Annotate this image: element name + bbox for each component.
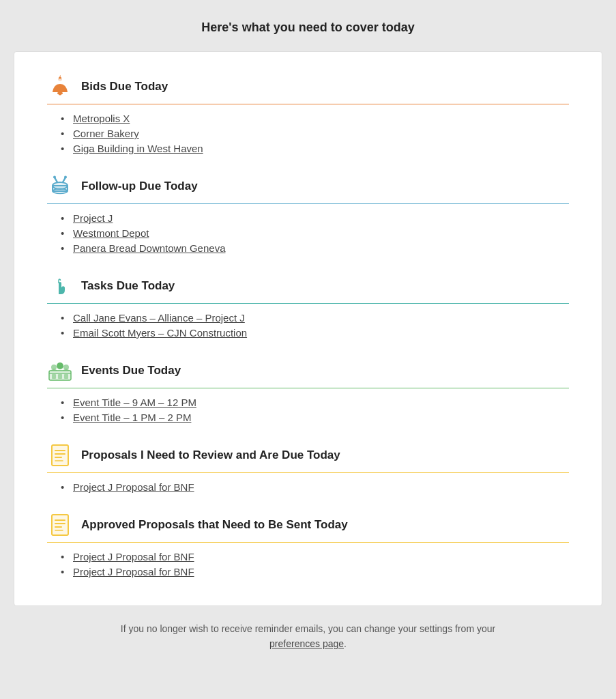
list-item-link-bids-0[interactable]: Metropolis X — [73, 113, 130, 124]
list-item-link-followup-1[interactable]: Westmont Depot — [73, 227, 149, 239]
list-item: Panera Bread Downtown Geneva — [61, 242, 569, 254]
footer: If you no longer wish to receive reminde… — [14, 621, 602, 652]
section-title-proposals-send: Approved Proposals that Need to Be Sent … — [81, 518, 348, 532]
svg-rect-18 — [52, 445, 68, 466]
document-icon — [47, 442, 73, 468]
bell-icon — [47, 74, 73, 100]
list-item: Corner Bakery — [61, 128, 569, 139]
section-list-proposals-send: Project J Proposal for BNFProject J Prop… — [47, 551, 569, 577]
svg-rect-17 — [64, 374, 68, 379]
section-proposals-review: Proposals I Need to Review and Are Due T… — [47, 442, 569, 493]
section-title-proposals-review: Proposals I Need to Review and Are Due T… — [81, 448, 340, 462]
list-item-link-bids-1[interactable]: Corner Bakery — [73, 128, 139, 139]
list-item: Event Title – 1 PM – 2 PM — [61, 412, 569, 423]
svg-point-13 — [57, 362, 63, 369]
list-item: Call Jane Evans – Alliance – Project J — [61, 312, 569, 324]
list-item-link-tasks-0[interactable]: Call Jane Evans – Alliance – Project J — [73, 312, 245, 324]
list-item: Giga Building in West Haven — [61, 143, 569, 154]
section-divider-followup — [47, 203, 569, 204]
section-list-tasks: Call Jane Evans – Alliance – Project JEm… — [47, 312, 569, 339]
drum-icon — [47, 173, 73, 199]
svg-rect-16 — [58, 374, 62, 379]
finger-icon — [47, 273, 73, 299]
section-bids: Bids Due TodayMetropolis XCorner BakeryG… — [47, 74, 569, 154]
section-divider-bids — [47, 104, 569, 104]
list-item-link-followup-0[interactable]: Project J — [73, 212, 113, 224]
footer-text: If you no longer wish to receive reminde… — [121, 623, 495, 634]
list-item-link-events-1[interactable]: Event Title – 1 PM – 2 PM — [73, 412, 191, 423]
section-title-tasks: Tasks Due Today — [81, 279, 175, 293]
svg-point-2 — [59, 77, 61, 79]
section-list-proposals-review: Project J Proposal for BNF — [47, 481, 569, 493]
section-title-events: Events Due Today — [81, 364, 181, 377]
list-item-link-proposals-send-0[interactable]: Project J Proposal for BNF — [73, 551, 194, 562]
section-divider-proposals-review — [47, 472, 569, 473]
section-list-bids: Metropolis XCorner BakeryGiga Building i… — [47, 113, 569, 154]
list-item: Westmont Depot — [61, 227, 569, 239]
main-card: Bids Due TodayMetropolis XCorner BakeryG… — [14, 51, 602, 606]
section-divider-events — [47, 388, 569, 388]
preferences-link[interactable]: preferences page — [269, 638, 344, 649]
list-item: Project J — [61, 212, 569, 224]
list-item-link-followup-2[interactable]: Panera Bread Downtown Geneva — [73, 242, 225, 254]
svg-point-9 — [64, 176, 67, 179]
list-item: Project J Proposal for BNF — [61, 566, 569, 577]
section-divider-proposals-send — [47, 542, 569, 543]
list-item-link-events-0[interactable]: Event Title – 9 AM – 12 PM — [73, 397, 196, 408]
section-divider-tasks — [47, 303, 569, 304]
list-item: Email Scott Myers – CJN Construction — [61, 327, 569, 339]
svg-rect-1 — [57, 92, 63, 94]
list-item: Event Title – 9 AM – 12 PM — [61, 397, 569, 408]
list-item: Project J Proposal for BNF — [61, 551, 569, 562]
list-item-link-proposals-send-1[interactable]: Project J Proposal for BNF — [73, 566, 194, 577]
list-item-link-tasks-1[interactable]: Email Scott Myers – CJN Construction — [73, 327, 247, 339]
section-followup: Follow-up Due TodayProject JWestmont Dep… — [47, 173, 569, 254]
list-item: Metropolis X — [61, 113, 569, 124]
page-title: Here's what you need to cover today — [14, 20, 602, 35]
section-list-events: Event Title – 9 AM – 12 PMEvent Title – … — [47, 397, 569, 423]
svg-point-5 — [53, 189, 68, 194]
section-title-bids: Bids Due Today — [81, 80, 168, 94]
section-events: Events Due TodayEvent Title – 9 AM – 12 … — [47, 358, 569, 423]
section-proposals-send: Approved Proposals that Need to Be Sent … — [47, 512, 569, 577]
document-icon — [47, 512, 73, 538]
svg-rect-23 — [52, 515, 68, 535]
people-icon — [47, 358, 73, 384]
section-tasks: Tasks Due TodayCall Jane Evans – Allianc… — [47, 273, 569, 339]
list-item-link-bids-2[interactable]: Giga Building in West Haven — [73, 143, 203, 154]
section-list-followup: Project JWestmont DepotPanera Bread Down… — [47, 212, 569, 254]
svg-point-8 — [53, 176, 56, 179]
section-title-followup: Follow-up Due Today — [81, 180, 198, 193]
list-item-link-proposals-review-0[interactable]: Project J Proposal for BNF — [73, 481, 194, 493]
footer-trailing: . — [344, 638, 347, 649]
svg-rect-15 — [52, 374, 56, 379]
list-item: Project J Proposal for BNF — [61, 481, 569, 493]
